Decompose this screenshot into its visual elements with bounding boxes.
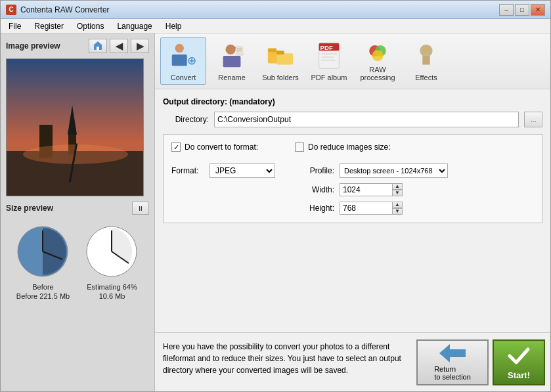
svg-rect-2 [97, 47, 99, 50]
pause-button[interactable]: ⏸ [132, 202, 149, 215]
convert-icon: ⊕ [167, 41, 199, 71]
convert-label: Convert [171, 74, 196, 81]
toolbar-rawprocessing[interactable]: RAW processing [355, 37, 401, 85]
convert-format-row: ✓ Do convert to format: [171, 142, 275, 152]
profile-row: Profile: Desktop screen - 1024x768 Web -… [295, 163, 448, 178]
directory-input[interactable] [214, 112, 519, 127]
size-preview-label: Size preview [6, 204, 53, 213]
svg-point-38 [422, 45, 430, 53]
window-title: Contenta RAW Converter [20, 5, 110, 14]
height-spin-buttons: ▲ ▼ [392, 202, 403, 215]
width-spinbox: ▲ ▼ [340, 183, 403, 196]
before-circle [15, 224, 71, 280]
reduce-size-checkbox[interactable] [295, 142, 304, 152]
image-preview [6, 58, 144, 196]
menu-register[interactable]: Register [29, 20, 69, 32]
height-spin-down[interactable]: ▼ [392, 208, 403, 215]
width-spin-up[interactable]: ▲ [392, 183, 403, 190]
svg-point-18 [225, 45, 235, 54]
toolbar-subfolders[interactable]: Sub folders [257, 37, 303, 85]
pdfalbum-label: PDF album [311, 74, 347, 81]
svg-point-8 [23, 144, 128, 164]
return-label: Returnto selection [434, 365, 471, 381]
bottom-bar: Here you have the possibility to convert… [155, 332, 550, 391]
height-row: Height: ▲ ▼ [295, 202, 448, 215]
size-preview-section: Size preview ⏸ BeforeBefore 221.5 Mb [6, 202, 149, 308]
toolbar: ⊕ Convert Rename [155, 33, 550, 89]
menu-file[interactable]: File [3, 20, 26, 32]
directory-label: Directory: [163, 115, 209, 124]
maximize-button[interactable]: □ [515, 4, 529, 16]
before-circle-container: BeforeBefore 221.5 Mb [15, 224, 71, 301]
width-row: Width: ▲ ▼ [295, 183, 448, 196]
toolbar-rename[interactable]: Rename [209, 37, 255, 85]
minimize-button[interactable]: – [499, 4, 514, 16]
width-label: Width: [295, 185, 334, 194]
svg-text:PDF: PDF [320, 44, 333, 51]
svg-rect-25 [268, 49, 276, 53]
rename-icon [216, 41, 248, 71]
width-spin-down[interactable]: ▼ [392, 190, 403, 196]
content-area: Output directory: (mandatory) Directory:… [155, 89, 550, 332]
start-button[interactable]: Start! [493, 339, 545, 385]
svg-rect-39 [422, 56, 430, 64]
svg-rect-16 [172, 54, 187, 66]
format-label: Format: [171, 166, 204, 175]
preview-home-button[interactable] [89, 39, 107, 53]
after-circle [84, 224, 140, 280]
toolbar-pdfalbum[interactable]: PDF PDF album [306, 37, 352, 85]
directory-row: Directory: ... [163, 112, 542, 127]
subfolders-icon [265, 41, 296, 71]
after-label: Estimating 64%10.6 Mb [87, 282, 137, 301]
reduce-size-label: Do reduce images size: [308, 142, 390, 152]
after-circle-container: Estimating 64%10.6 Mb [84, 224, 140, 301]
menu-language[interactable]: Language [112, 20, 157, 32]
width-spin-buttons: ▲ ▼ [392, 183, 403, 196]
return-arrow-icon [439, 344, 466, 362]
left-panel: Image preview ◀ ▶ [1, 33, 155, 391]
convert-format-label: Do convert to format: [185, 142, 258, 152]
rename-label: Rename [218, 74, 246, 81]
rawprocessing-label: RAW processing [358, 66, 397, 81]
effects-label: Effects [415, 74, 437, 81]
pdfalbum-icon: PDF [313, 41, 345, 71]
return-button[interactable]: Returnto selection [416, 339, 489, 385]
menu-help[interactable]: Help [160, 20, 187, 32]
browse-button[interactable]: ... [524, 112, 542, 127]
width-input[interactable] [340, 183, 392, 196]
preview-prev-button[interactable]: ◀ [110, 39, 128, 53]
right-panel: ⊕ Convert Rename [155, 33, 550, 391]
output-dir-title: Output directory: (mandatory) [163, 97, 542, 106]
app-icon: C [6, 5, 16, 15]
title-bar: C Contenta RAW Converter – □ ✕ [1, 1, 550, 19]
convert-format-checkbox[interactable]: ✓ [171, 142, 181, 152]
info-text: Here you have the possibility to convert… [160, 338, 411, 386]
height-spinbox: ▲ ▼ [340, 202, 403, 215]
format-row: Format: JPEG PNG TIFF BMP [171, 163, 275, 178]
toolbar-convert[interactable]: ⊕ Convert [160, 37, 206, 85]
format-select[interactable]: JPEG PNG TIFF BMP [209, 163, 275, 178]
height-label: Height: [295, 204, 334, 213]
close-button[interactable]: ✕ [531, 4, 545, 16]
main-window: C Contenta RAW Converter – □ ✕ File Regi… [0, 0, 551, 392]
svg-rect-27 [276, 51, 284, 54]
start-label: Start! [508, 370, 530, 380]
menu-options[interactable]: Options [72, 20, 109, 32]
profile-select[interactable]: Desktop screen - 1024x768 Web - 800x600 … [340, 163, 448, 178]
height-input[interactable] [340, 202, 392, 215]
preview-next-button[interactable]: ▶ [131, 39, 149, 53]
svg-rect-31 [322, 53, 337, 54]
rawprocessing-icon [362, 41, 393, 63]
svg-text:⊕: ⊕ [187, 54, 196, 67]
title-bar-left: C Contenta RAW Converter [6, 5, 110, 15]
action-buttons: Returnto selection Start! [416, 338, 545, 386]
svg-rect-19 [223, 56, 241, 67]
height-spin-up[interactable]: ▲ [392, 202, 403, 208]
toolbar-effects[interactable]: Effects [403, 37, 449, 85]
right-options: Do reduce images size: Profile: Desktop … [295, 142, 448, 215]
subfolders-label: Sub folders [262, 74, 299, 81]
menu-bar: File Register Options Language Help [1, 19, 550, 33]
size-preview-header: Size preview ⏸ [6, 202, 149, 215]
reduce-size-row: Do reduce images size: [295, 142, 448, 152]
options-box: ✓ Do convert to format: Format: JPEG PNG… [163, 134, 542, 223]
